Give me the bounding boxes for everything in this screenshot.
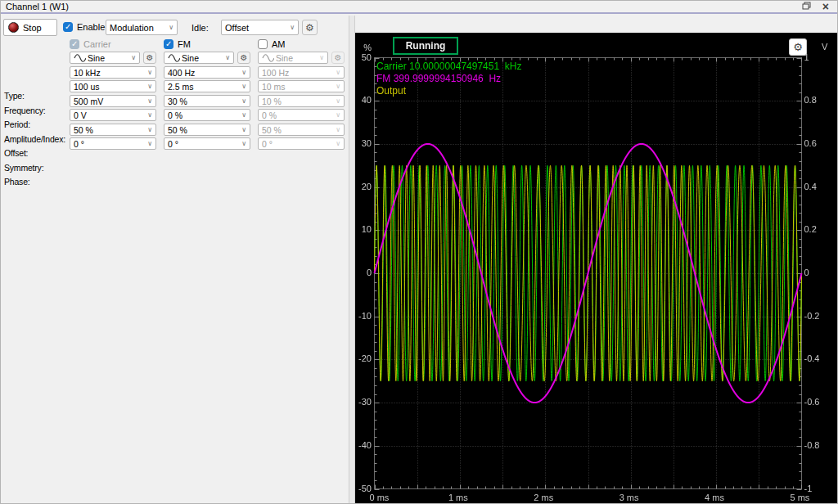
gear-icon: ⚙ [335,53,342,62]
fm-symmetry-input[interactable]: 50 %∨ [164,124,250,136]
carrier-offset-value: 0 V [74,110,87,120]
right-axis-tick-label: -0.4 [804,353,820,363]
x-axis-tick-label: 1 ms [448,493,468,502]
fm-type-settings-button[interactable]: ⚙ [237,52,250,64]
status-badge: Running [393,37,458,55]
check-icon: ✓ [71,39,78,49]
chevron-down-icon: ∨ [333,97,340,105]
am-offset-value: 0 % [262,110,277,120]
am-type-settings-button: ⚙ [331,52,345,64]
idle-select-value: Offset [225,23,249,33]
carrier-phase-value: 0 ° [74,139,84,149]
fm-index-input[interactable]: 30 %∨ [164,95,250,107]
right-axis-tick-label: -0.2 [804,311,820,321]
left-axis-tick-label: 40 [355,95,372,105]
left-axis-tick-label: -10 [355,311,372,321]
mode-select[interactable]: Modulation ∨ [106,20,178,35]
fm-index-value: 30 % [168,97,187,106]
right-axis-tick-label: 0 [804,268,809,277]
carrier-symmetry-input[interactable]: 50 %∨ [70,124,156,136]
gear-icon: ⚙ [241,53,248,62]
left-axis-tick-label: 50 [355,52,372,62]
row-label-type: Type: [4,90,25,102]
left-axis-tick-label: 10 [355,224,372,234]
am-checkbox[interactable] [258,39,268,49]
channel-settings-button[interactable]: ⚙ [302,20,318,35]
x-axis-tick-label: 3 ms [619,493,639,502]
carrier-type-select[interactable]: Sine ∨ [70,52,140,64]
fm-type-value: Sine [182,53,199,63]
idle-select[interactable]: Offset ∨ [221,20,299,35]
channel1-panel: Channel 1 (W1) × Stop ✓ Enable Modulatio… [0,0,838,504]
fm-offset-value: 0 % [168,110,182,120]
am-type-select: Sine ∨ [258,52,328,64]
enable-label: Enable [77,22,105,32]
panel-titlebar: Channel 1 (W1) × [1,1,837,14]
panel-splitter[interactable] [349,16,355,504]
right-axis-tick-label: 0.4 [804,182,817,191]
check-icon: ✓ [65,22,71,32]
check-icon: ✓ [165,39,172,49]
waveform-plot-panel: Running ⚙ % V Carrier 10.00000047497451 … [355,33,838,504]
chevron-down-icon: ∨ [145,126,152,133]
stop-button[interactable]: Stop [3,19,57,36]
row-label-period: Period: [4,119,30,131]
carrier-type-settings-button[interactable]: ⚙ [143,52,156,64]
waveform-plot-canvas [355,33,838,504]
chevron-down-icon: ∨ [223,54,230,61]
left-axis-tick-label: -30 [355,397,372,407]
am-phase-input: 0 °∨ [258,137,345,150]
carrier-frequency-input[interactable]: 10 kHz∨ [70,66,156,79]
right-axis-tick-label: 0.6 [804,138,817,148]
right-axis-tick-label: -0.8 [804,440,820,450]
gear-icon: ⚙ [793,41,803,53]
fm-frequency-input[interactable]: 400 Hz∨ [164,66,250,79]
carrier-offset-input[interactable]: 0 V∨ [70,109,156,121]
fm-offset-input[interactable]: 0 %∨ [164,109,250,121]
chevron-down-icon: ∨ [239,69,246,76]
am-period-input: 10 ms∨ [258,80,345,92]
carrier-checkbox: ✓ [70,39,79,49]
chevron-down-icon: ∨ [145,111,152,119]
x-axis-tick-label: 0 ms [370,493,390,502]
chevron-down-icon: ∨ [333,111,340,119]
float-window-icon[interactable] [802,2,811,11]
fm-phase-input[interactable]: 0 °∨ [164,137,250,150]
chevron-down-icon: ∨ [239,111,246,119]
carrier-frequency-value: 10 kHz [74,68,101,78]
chevron-down-icon: ∨ [317,54,324,61]
chevron-down-icon: ∨ [145,69,152,76]
fm-checkbox[interactable]: ✓ [164,39,173,49]
fm-type-select[interactable]: Sine ∨ [164,52,234,64]
am-phase-value: 0 ° [262,139,273,149]
chevron-down-icon: ∨ [239,126,246,133]
am-symmetry-input: 50 %∨ [258,124,345,136]
carrier-phase-input[interactable]: 0 °∨ [70,137,156,150]
carrier-period-input[interactable]: 100 us∨ [70,80,156,92]
am-frequency-value: 100 Hz [262,68,289,78]
right-axis-tick-label: -0.6 [804,397,820,407]
carrier-symmetry-value: 50 % [74,125,93,135]
row-label-symmetry: Symmetry: [4,162,43,174]
chevron-down-icon: ∨ [145,83,152,90]
chevron-down-icon: ∨ [333,126,340,133]
fm-period-input[interactable]: 2.5 ms∨ [164,80,250,92]
right-axis-tick-label: 0.8 [804,95,817,105]
close-icon[interactable]: × [822,2,829,11]
left-axis-tick-label: -20 [355,353,372,363]
carrier-checkbox-label: Carrier [83,39,111,49]
row-label-offset: Offset: [4,147,28,160]
carrier-amplitude-input[interactable]: 500 mV∨ [70,95,156,107]
row-label-phase: Phase: [4,176,30,188]
idle-label: Idle: [191,23,209,33]
x-axis-tick-label: 2 ms [534,493,553,502]
fm-frequency-value: 400 Hz [168,68,195,78]
right-axis-tick-label: 0.2 [804,224,817,234]
left-axis-tick-label: -40 [355,440,372,450]
chevron-down-icon: ∨ [145,140,152,147]
am-period-value: 10 ms [262,82,286,92]
legend-fm: FM 399.9999994150946 Hz [376,73,501,84]
fm-phase-value: 0 ° [168,139,178,149]
enable-checkbox[interactable]: ✓ [63,22,73,32]
legend-carrier: Carrier 10.00000047497451 kHz [376,61,521,72]
